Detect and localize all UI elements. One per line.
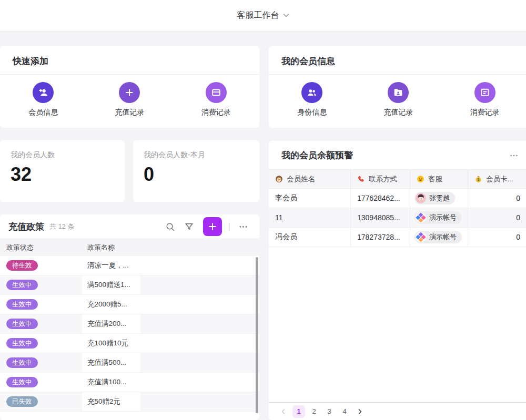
member-phone: 178273728... [351, 228, 410, 247]
member-info-title: 我的会员信息 [269, 46, 526, 75]
woman-icon [275, 175, 283, 183]
more-icon[interactable] [235, 219, 251, 234]
people-icon [301, 82, 322, 103]
policy-name: 清凉一夏，... [82, 256, 140, 275]
diamond-logo-avatar [416, 212, 426, 223]
status-badge: 生效中 [6, 377, 38, 388]
policy-name: 充100赠10元 [82, 334, 140, 353]
person-add-icon [33, 82, 54, 103]
quick-add-recharge-record[interactable]: 充值记录 [86, 82, 173, 117]
chevron-down-icon[interactable] [283, 13, 289, 18]
phone-icon [357, 175, 365, 183]
member-name: 11 [269, 208, 351, 227]
policy-table-header: 政策状态 政策名称 [0, 239, 259, 256]
member-info-recharge-record[interactable]: 充值记录 [355, 82, 441, 117]
stat-value: 0 [144, 165, 249, 184]
table-row[interactable]: 11 130948085... 演示帐号 0 [269, 208, 526, 228]
quick-add-title: 快速添加 [0, 46, 259, 75]
column-member-card: $ 会员卡... [468, 170, 526, 188]
agent-pill[interactable]: 演示帐号 [414, 231, 462, 243]
filter-icon[interactable] [181, 219, 197, 234]
member-info-card: 我的会员信息 身份信息 充值记录 [269, 46, 526, 128]
recharge-policy-card: 充值政策 共 12 条 [0, 214, 259, 420]
right-column: 我的会员信息 身份信息 充值记录 [269, 46, 526, 420]
search-icon[interactable] [162, 219, 178, 234]
page-prev-button[interactable] [277, 405, 290, 418]
recharge-policy-toolbar [162, 217, 251, 236]
member-info-consume-record[interactable]: 消费记录 [442, 82, 526, 117]
policy-column-name: 政策名称 [82, 243, 140, 252]
page-button-3[interactable]: 3 [323, 405, 336, 418]
status-badge: 生效中 [6, 299, 38, 310]
member-info-recharge-record-label: 充值记录 [383, 108, 413, 117]
quick-add-consume-record[interactable]: 消费记录 [173, 82, 259, 117]
table-row[interactable]: 已失效 充50赠2元 [0, 392, 259, 412]
member-phone: 177628462... [351, 189, 410, 208]
more-icon[interactable] [507, 148, 521, 163]
diamond-logo-avatar [416, 232, 426, 242]
moneybag-icon: $ [474, 175, 482, 183]
page-button-2[interactable]: 2 [308, 405, 320, 418]
dashboard: 快速添加 会员信息 充值记录 [0, 32, 526, 420]
agent-name: 演示帐号 [429, 232, 457, 242]
page-button-1[interactable]: 1 [292, 405, 305, 418]
table-row[interactable]: 待生效 清凉一夏，... [0, 256, 259, 275]
status-badge: 生效中 [6, 319, 38, 330]
quick-add-member-info-label: 会员信息 [28, 108, 58, 117]
balance-warning-header: 我的会员余额预警 [269, 141, 526, 170]
quick-add-consume-record-label: 消费记录 [201, 108, 231, 117]
table-row[interactable]: 生效中 充2000赠5... [0, 295, 259, 314]
balance-warning-card: 我的会员余额预警 会员姓名 联系方式 客服 [269, 141, 526, 420]
top-bar: 客服工作台 [0, 0, 526, 32]
table-row[interactable]: 冯会员 178273728... 演示帐号 0 [269, 228, 526, 247]
member-info-consume-record-label: 消费记录 [470, 108, 500, 117]
stat-value: 32 [11, 165, 114, 184]
app-title: 客服工作台 [237, 10, 279, 21]
member-phone: 130948085... [351, 208, 410, 227]
member-info-identity-label: 身份信息 [297, 108, 327, 117]
balance-warning-title: 我的会员余额预警 [281, 149, 353, 161]
member-info-identity[interactable]: 身份信息 [269, 82, 355, 117]
table-row[interactable]: 生效中 充值满100... [0, 373, 259, 392]
member-balance: 0 [468, 189, 526, 208]
quick-add-recharge-record-label: 充值记录 [115, 108, 144, 117]
plus-icon [119, 82, 140, 103]
table-row[interactable]: 生效中 满500赠送1... [0, 275, 259, 295]
member-info-actions: 身份信息 充值记录 消费记录 [269, 75, 526, 117]
page-next-button[interactable] [353, 405, 366, 418]
card-icon [206, 82, 227, 103]
policy-name: 充50赠2元 [82, 392, 140, 411]
member-balance: 0 [468, 208, 526, 227]
calendar-icon [474, 82, 495, 103]
toolbar-divider [229, 222, 230, 231]
status-badge: 生效中 [6, 338, 38, 349]
svg-text:$: $ [478, 178, 480, 182]
column-agent: 客服 [410, 170, 468, 188]
policy-name: 充2000赠5... [82, 295, 140, 314]
recharge-policy-title: 充值政策 [8, 221, 44, 233]
add-record-button[interactable] [203, 217, 222, 236]
vertical-scrollbar[interactable] [256, 257, 258, 413]
agent-pill[interactable]: 演示帐号 [414, 211, 462, 224]
quick-add-member-info[interactable]: 会员信息 [0, 82, 86, 117]
stat-label: 我的会员人数 [11, 150, 114, 160]
quick-add-actions: 会员信息 充值记录 消费记录 [0, 75, 259, 117]
policy-name: 充值满100... [82, 373, 140, 392]
status-badge: 生效中 [6, 280, 38, 291]
agent-name: 演示帐号 [429, 213, 457, 222]
member-name: 李会员 [269, 189, 351, 208]
stats-row: 我的会员人数 32 我的会员人数-本月 0 [0, 140, 259, 202]
agent-name: 张雯越 [429, 193, 450, 203]
page-button-4[interactable]: 4 [338, 405, 351, 418]
table-row[interactable]: 生效中 充值满200... [0, 314, 259, 334]
policy-column-status: 政策状态 [0, 243, 82, 252]
status-badge: 待生效 [6, 260, 38, 271]
recharge-policy-count: 共 12 条 [49, 222, 75, 231]
agent-pill[interactable]: 张雯越 [414, 192, 455, 204]
recharge-policy-header: 充值政策 共 12 条 [0, 214, 259, 239]
stat-card-member-count-month: 我的会员人数-本月 0 [133, 140, 259, 202]
policy-name: 充值满200... [82, 314, 140, 333]
table-row[interactable]: 生效中 充值满500... [0, 353, 259, 373]
table-row[interactable]: 生效中 充100赠10元 [0, 334, 259, 353]
table-row[interactable]: 李会员 177628462... 张雯越 0 [269, 189, 526, 208]
